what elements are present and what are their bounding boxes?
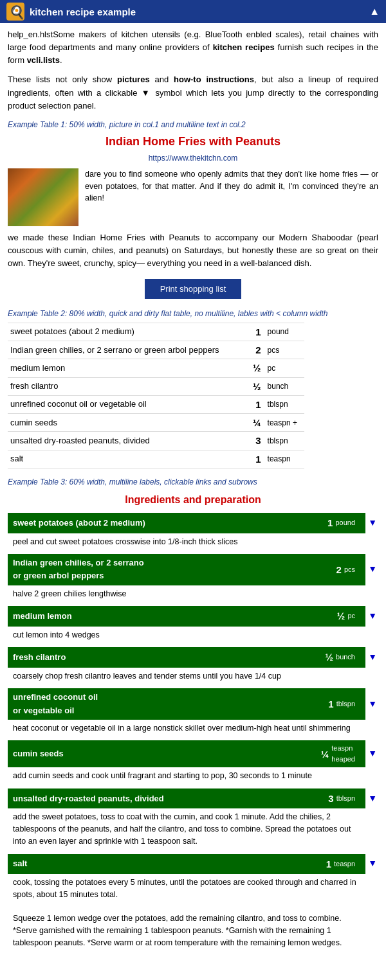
table-row: fresh cilantro ½ bunch (8, 377, 304, 395)
table1-description: dare you to find someone who openly admi… (85, 168, 378, 204)
ingredient-header-name: fresh cilantro (13, 651, 326, 664)
dropdown-arrow-icon[interactable]: ▼ (368, 650, 377, 664)
intro-p1-bold1: kitchen recipes (213, 42, 275, 52)
print-button-container: Print shopping list (8, 279, 378, 299)
ingredient-name: unsalted dry-roasted peanuts, divided (8, 432, 248, 450)
table-row: cumin seeds ¼ teaspn + (8, 414, 304, 432)
ingredient-header-unit: teaspn (334, 859, 355, 869)
ingredient-header-unit: tblspn (336, 793, 355, 804)
ingredient-name: salt (8, 450, 248, 468)
ingredient-qty: 1 (248, 450, 264, 468)
ingredients-flat-table: sweet potatoes (about 2 medium) 1 pound … (8, 323, 304, 468)
chevron-up-icon[interactable]: ▲ (369, 6, 380, 17)
ingredient-qty: ½ (248, 359, 264, 377)
ingredient-header-unit: pound (335, 517, 355, 528)
example1-label: Example Table 1: 50% width, picture in c… (8, 119, 378, 131)
intro-p1-text3: . (60, 55, 62, 65)
intro-paragraph-1: help_en.hlstSome makers of kitchen utens… (8, 28, 378, 67)
ingredient-header-qty: ½ (326, 650, 334, 664)
table-row: unrefined coconut oil or vegetable oil 1… (8, 395, 304, 413)
ingredient-header-name: Indian green chilies, or 2 serrano or gr… (13, 557, 336, 582)
ingredient-header-name: cumin seeds (13, 747, 321, 760)
ingredient-instruction: heat coconut or vegetable oil in a large… (8, 720, 365, 738)
ingredient-header[interactable]: Indian green chilies, or 2 serrano or gr… (8, 554, 365, 585)
ingredient-block: unsalted dry-roasted peanuts, divided3tb… (8, 788, 365, 851)
ingredient-block: fresh cilantro½bunch▼coarsely chop fresh… (8, 647, 365, 686)
ingredient-name: cumin seeds (8, 414, 248, 432)
ingredient-block: unrefined coconut oil or vegetable oil1t… (8, 688, 365, 738)
ingredient-unit: tblspn (265, 432, 304, 450)
ingredient-block: salt1teaspn▼cook, tossing the potatoes e… (8, 854, 365, 953)
ingredient-unit: teaspn (265, 450, 304, 468)
ingredient-qty: 3 (248, 432, 264, 450)
ingredient-header[interactable]: unsalted dry-roasted peanuts, divided3tb… (8, 788, 365, 808)
dropdown-arrow-icon[interactable]: ▼ (368, 857, 377, 871)
ingredient-qty: ¼ (248, 414, 264, 432)
ingredient-header[interactable]: salt1teaspn▼ (8, 854, 365, 874)
ingredient-header[interactable]: sweet potatoes (about 2 medium)1pound▼ (8, 513, 365, 533)
dropdown-arrow-icon[interactable]: ▼ (368, 563, 377, 577)
ingredient-instruction: coarsely chop fresh cilantro leaves and … (8, 668, 365, 686)
ingredient-header-name: salt (13, 857, 326, 870)
ingredient-header-name: unrefined coconut oil or vegetable oil (13, 691, 328, 717)
ingredient-header[interactable]: cumin seeds¼teaspn heaped▼ (8, 740, 365, 767)
ingredients-title: Ingredients and preparation (8, 492, 378, 508)
ingredient-header-unit: tblspn (336, 699, 355, 709)
ingredient-header-unit: pcs (344, 564, 355, 575)
ingredient-block: sweet potatoes (about 2 medium)1pound▼pe… (8, 513, 365, 551)
intro-paragraph-2: These lists not only show pictures and h… (8, 73, 378, 112)
ingredient-header[interactable]: fresh cilantro½bunch▼ (8, 647, 365, 667)
dropdown-arrow-icon[interactable]: ▼ (368, 516, 377, 530)
ingredient-header-qty: ½ (337, 609, 345, 623)
ingredient-header[interactable]: unrefined coconut oil or vegetable oil1t… (8, 688, 365, 719)
print-shopping-list-button[interactable]: Print shopping list (145, 279, 242, 299)
ingredient-name: fresh cilantro (8, 377, 248, 395)
app-icon: 🍳 (6, 3, 24, 21)
ingredient-unit: bunch (265, 377, 304, 395)
table-row: unsalted dry-roasted peanuts, divided 3 … (8, 432, 304, 450)
ingredient-header-qty: 1 (326, 857, 331, 871)
ingredient-qty: 2 (248, 341, 264, 359)
ingredient-name: unrefined coconut oil or vegetable oil (8, 395, 248, 413)
ingredient-header-qty: 1 (327, 515, 333, 530)
ingredient-unit: teaspn + (265, 414, 304, 432)
app-title: kitchen recipe example (30, 6, 369, 17)
table1-url[interactable]: https://www.thekitchn.com (8, 152, 378, 165)
ingredient-instruction: cook, tossing the potatoes every 5 minut… (8, 874, 365, 953)
intro-p1-help: help_en.hlst (8, 30, 53, 39)
table-row: sweet potatoes (about 2 medium) 1 pound (8, 323, 304, 341)
intro-p2-bold2: how-to instructions (174, 75, 254, 84)
ingredient-instruction: add cumin seeds and cook until fragrant … (8, 767, 365, 786)
svg-text:🍳: 🍳 (9, 4, 24, 20)
ingredient-block: cumin seeds¼teaspn heaped▼add cumin seed… (8, 740, 365, 786)
ingredient-header-qty: ¼ (321, 747, 329, 762)
main-content: help_en.hlstSome makers of kitchen utens… (0, 23, 386, 960)
app-header: 🍳 kitchen recipe example ▲ (0, 0, 386, 23)
ingredient-header-unit: teaspn heaped (331, 743, 355, 765)
dropdown-arrow-icon[interactable]: ▼ (368, 609, 377, 623)
ingredient-header-qty: 3 (328, 791, 333, 806)
ingredient-header-name: unsalted dry-roasted peanuts, divided (13, 792, 328, 805)
example2-label: Example Table 2: 80% width, quick and di… (8, 308, 378, 320)
ingredient-header[interactable]: medium lemon½pc▼ (8, 606, 365, 626)
ingredient-unit: pc (265, 359, 304, 377)
body-text: we made these Indian Home Fries with Pea… (8, 231, 378, 270)
ingredient-header-qty: 1 (328, 697, 333, 711)
ingredient-name: medium lemon (8, 359, 248, 377)
ingredient-header-unit: bunch (336, 652, 355, 663)
ingredient-qty: ½ (248, 377, 264, 395)
table-row: medium lemon ½ pc (8, 359, 304, 377)
dropdown-arrow-icon[interactable]: ▼ (368, 697, 377, 711)
ingredient-instruction: add the sweet potatoes, toss to coat wit… (8, 808, 365, 851)
ingredient-name: sweet potatoes (about 2 medium) (8, 323, 248, 341)
ingredient-block: Indian green chilies, or 2 serrano or gr… (8, 554, 365, 603)
ingredient-instruction: halve 2 green chilies lengthwise (8, 585, 365, 604)
dropdown-arrow-icon[interactable]: ▼ (368, 792, 377, 806)
ingredient-instruction: cut lemon into 4 wedges (8, 627, 365, 645)
example3-label: Example Table 3: 60% width, multiline la… (8, 476, 378, 488)
intro-p2-text1: These lists not only show (8, 75, 117, 84)
ingredients-container: sweet potatoes (about 2 medium)1pound▼pe… (8, 513, 378, 952)
dropdown-arrow-icon[interactable]: ▼ (368, 747, 377, 762)
table-row: Indian green chilies, or 2 serrano or gr… (8, 341, 304, 359)
ingredient-header-unit: pc (347, 610, 355, 621)
